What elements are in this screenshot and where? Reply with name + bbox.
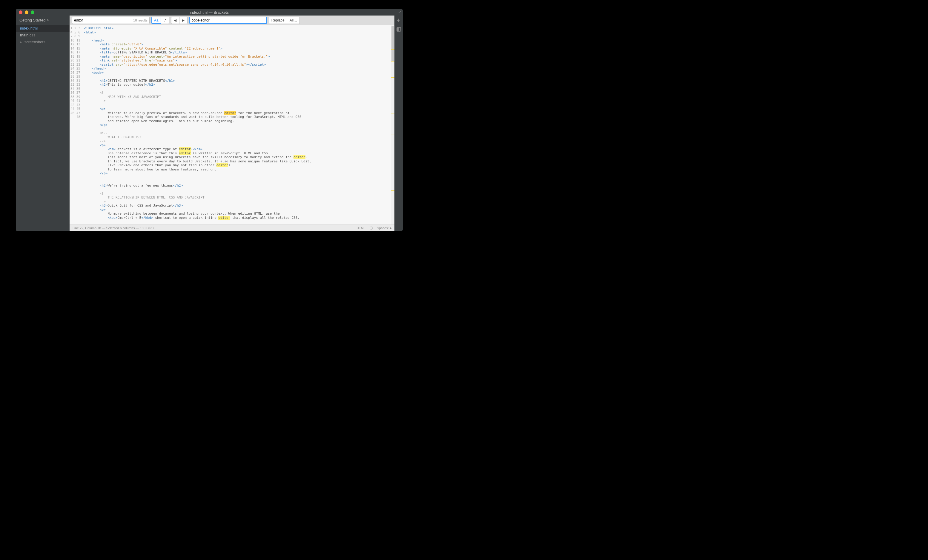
traffic-lights (16, 11, 34, 14)
replace-input[interactable] (189, 17, 267, 24)
selection-info: Selected 6 columns (106, 226, 135, 230)
scrollbar-match-mark[interactable] (391, 134, 394, 135)
svg-rect-1 (397, 27, 398, 31)
find-results-count: 18 results (133, 18, 148, 22)
project-name: Getting Started (20, 18, 46, 22)
editor: 1 2 3 4 5 6 7 8 9 10 11 12 13 14 15 16 1… (70, 25, 394, 224)
line-count: 190 Lines (140, 226, 154, 230)
find-replace-bar: 18 results Aa .* ◀ ▶ Replace All… (70, 15, 394, 25)
scrollbar-match-mark[interactable] (391, 49, 394, 50)
right-toolbar (394, 15, 403, 231)
scrollbar-match-mark[interactable] (391, 61, 394, 61)
regex-button[interactable]: .* (161, 17, 169, 24)
scrollbar-match-mark[interactable] (391, 191, 394, 191)
sidebar-file[interactable]: main.css (16, 32, 70, 38)
scrollbar-match-mark[interactable] (391, 97, 394, 97)
scrollbar[interactable] (391, 25, 394, 224)
find-next-button[interactable]: ▶ (179, 17, 188, 24)
app-body: Getting Started ⇅ index.htmlmain.css ▸ s… (16, 15, 403, 231)
linting-status-icon[interactable] (369, 227, 372, 230)
scrollbar-thumb[interactable] (391, 26, 394, 61)
scrollbar-match-mark[interactable] (391, 113, 394, 113)
main-area: 18 results Aa .* ◀ ▶ Replace All… 1 2 (70, 15, 394, 231)
dropdown-icon: ⇅ (47, 19, 49, 22)
minimize-icon[interactable] (25, 11, 28, 14)
extensions-icon[interactable] (397, 27, 401, 32)
scrollbar-match-mark[interactable] (391, 77, 394, 78)
fullscreen-icon[interactable]: ⤢ (398, 10, 401, 14)
cursor-position[interactable]: Line 22, Column 78 (73, 226, 101, 230)
sidebar-folder-screenshots[interactable]: ▸ screenshots (16, 38, 70, 45)
status-bar: Line 22, Column 78 — Selected 6 columns … (70, 224, 394, 231)
find-prev-button[interactable]: ◀ (171, 17, 179, 24)
live-preview-icon[interactable] (396, 18, 401, 24)
title-bar: index.html — Brackets ⤢ (16, 9, 403, 15)
scrollbar-match-mark[interactable] (391, 149, 394, 149)
replace-all-button[interactable]: All… (287, 17, 300, 24)
scrollbar-match-mark[interactable] (391, 123, 394, 123)
sidebar: Getting Started ⇅ index.htmlmain.css ▸ s… (16, 15, 70, 231)
find-input[interactable] (74, 18, 133, 22)
code-area[interactable]: <!DOCTYPE html><html> <head> <meta chars… (83, 25, 391, 224)
line-gutter: 1 2 3 4 5 6 7 8 9 10 11 12 13 14 15 16 1… (70, 25, 83, 224)
zoom-icon[interactable] (31, 11, 34, 14)
window-title: index.html — Brackets (16, 10, 403, 15)
find-input-wrap: 18 results (72, 17, 150, 24)
app-window: index.html — Brackets ⤢ Getting Started … (16, 9, 403, 231)
sidebar-project-header[interactable]: Getting Started ⇅ (16, 15, 70, 25)
folder-label: screenshots (24, 40, 46, 44)
indent-info[interactable]: Spaces: 4 (377, 226, 391, 230)
language-mode[interactable]: HTML (357, 226, 365, 230)
sidebar-file[interactable]: index.html (16, 25, 70, 32)
match-case-button[interactable]: Aa (151, 17, 161, 24)
caret-right-icon: ▸ (20, 40, 22, 44)
close-icon[interactable] (19, 11, 22, 14)
replace-button[interactable]: Replace (269, 17, 287, 24)
